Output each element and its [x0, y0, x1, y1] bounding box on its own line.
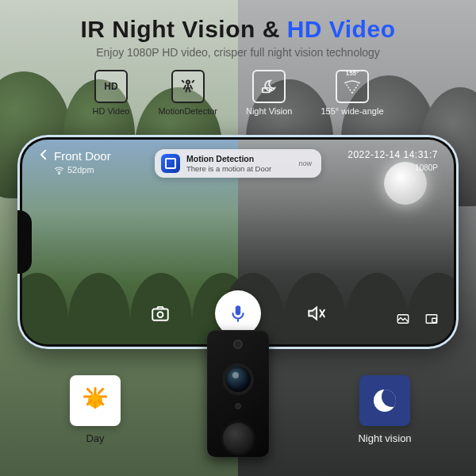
svg-point-5 [158, 312, 163, 317]
feature-row: HD HD Video MotionDetector Night Vision … [0, 70, 476, 116]
svg-rect-9 [432, 318, 436, 322]
motion-icon [171, 70, 205, 103]
feature-motion-detector: MotionDetector [158, 70, 217, 116]
feature-label: Night Vision [246, 106, 293, 116]
feature-wide-angle: 155° 155° wide-angle [321, 70, 383, 116]
camera-lens [222, 363, 254, 395]
legend-day-label: Day [48, 432, 143, 444]
legend-night-label: Night vision [337, 432, 432, 444]
svg-rect-8 [426, 315, 437, 324]
snapshot-button[interactable] [148, 301, 172, 325]
page-title: IR Night Vision & HD Video [0, 16, 476, 43]
app-icon [161, 154, 180, 173]
night-vision-icon [252, 70, 286, 103]
legend-night: Night vision [337, 375, 432, 444]
feature-label: 155° wide-angle [321, 106, 383, 116]
wifi-status: 52dpm [54, 165, 94, 175]
toast-title: Motion Detection [186, 154, 271, 164]
svg-rect-4 [152, 309, 168, 321]
camera-name: Front Door [54, 149, 111, 163]
hd-icon: HD [94, 70, 128, 103]
doorbell-button [221, 420, 255, 455]
svg-rect-6 [236, 305, 241, 315]
legend-day: Day [48, 375, 143, 444]
header: IR Night Vision & HD Video Enjoy 1080P H… [0, 0, 476, 59]
wifi-strength: 52dpm [67, 165, 94, 175]
doorbell-device [207, 330, 269, 457]
svg-point-2 [271, 90, 272, 91]
motion-notification[interactable]: Motion Detection There is a motion at Do… [155, 149, 321, 178]
feature-label: HD Video [93, 106, 130, 116]
title-part-b: HD Video [287, 16, 396, 42]
fullscreen-button[interactable] [424, 311, 440, 327]
back-icon[interactable] [36, 148, 51, 162]
wide-angle-icon: 155° [336, 70, 369, 103]
camera-hud: Front Door 52dpm 2022-12-14 14:31:7 1080… [22, 140, 454, 344]
mute-button[interactable] [304, 301, 328, 325]
title-part-a: IR Night Vision & [81, 16, 287, 42]
phone-notch [17, 210, 32, 274]
page-subtitle: Enjoy 1080P HD video, crisper full night… [0, 46, 476, 59]
ir-led [235, 403, 241, 409]
feature-hd-video: HD HD Video [93, 70, 130, 116]
phone-screen: Front Door 52dpm 2022-12-14 14:31:7 1080… [22, 140, 454, 344]
feature-label: MotionDetector [158, 106, 217, 116]
svg-point-3 [59, 173, 60, 175]
toast-time: now [298, 159, 312, 167]
pir-sensor [233, 340, 243, 349]
video-quality[interactable]: 1080P [415, 163, 438, 172]
toast-body: There is a motion at Door [186, 164, 271, 173]
gallery-button[interactable] [395, 311, 411, 327]
feature-night-vision: Night Vision [246, 70, 293, 116]
timestamp: 2022-12-14 14:31:7 [347, 149, 438, 160]
phone-mockup: Front Door 52dpm 2022-12-14 14:31:7 1080… [17, 135, 459, 349]
sun-icon [70, 375, 121, 426]
svg-point-0 [186, 80, 190, 83]
moon-icon [359, 375, 410, 426]
